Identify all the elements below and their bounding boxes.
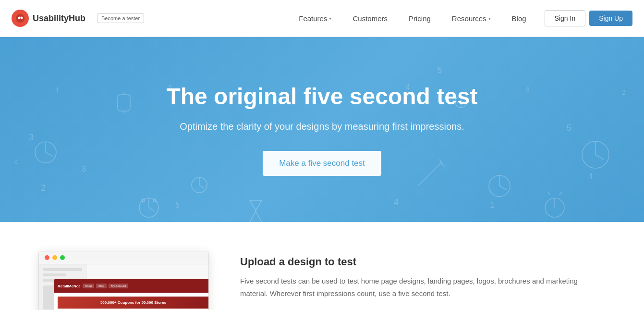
inner-site-header: RetailMeNot Shop Blog My Account bbox=[54, 279, 208, 293]
become-tester-badge[interactable]: Become a tester bbox=[97, 13, 144, 23]
brand-name: UsabilityHub bbox=[33, 13, 85, 24]
svg-text:3: 3 bbox=[29, 133, 34, 142]
nav-item-features[interactable]: Features ▾ bbox=[288, 0, 342, 37]
nav-item-resources[interactable]: Resources ▾ bbox=[441, 0, 501, 37]
inner-site-nav: Shop Blog My Account bbox=[83, 284, 128, 288]
browser-content: ↑ RetailMeNot Shop Blog My Account 50 bbox=[39, 264, 208, 310]
browser-dot-green bbox=[60, 255, 65, 260]
cta-button[interactable]: Make a five second test bbox=[263, 151, 381, 176]
svg-text:2: 2 bbox=[622, 88, 626, 96]
svg-point-1 bbox=[18, 17, 21, 19]
navbar: UsabilityHub Become a tester Features ▾ … bbox=[0, 0, 644, 37]
svg-point-20 bbox=[153, 199, 156, 202]
panel-line bbox=[43, 273, 66, 276]
svg-point-19 bbox=[142, 199, 145, 202]
svg-text:5: 5 bbox=[567, 123, 571, 133]
navbar-actions: Sign In Sign Up bbox=[545, 10, 632, 26]
svg-line-37 bbox=[547, 192, 550, 195]
main-nav: Features ▾ Customers Pricing Resources ▾… bbox=[288, 0, 536, 37]
svg-text:1: 1 bbox=[490, 201, 494, 209]
text-content: Upload a design to test Five second test… bbox=[240, 251, 606, 299]
inner-nav-item: Shop bbox=[83, 284, 94, 288]
svg-point-32 bbox=[489, 175, 510, 197]
svg-text:3: 3 bbox=[82, 165, 86, 173]
inner-site: RetailMeNot Shop Blog My Account 500,000… bbox=[53, 279, 208, 310]
svg-rect-13 bbox=[118, 95, 130, 111]
svg-point-2 bbox=[21, 17, 23, 19]
hero-subtitle: Optimize the clarity of your designs by … bbox=[166, 119, 477, 134]
inner-nav-item: My Account bbox=[109, 284, 128, 288]
svg-text:1: 1 bbox=[55, 86, 59, 94]
svg-text:4: 4 bbox=[394, 198, 399, 207]
svg-text:2: 2 bbox=[41, 183, 46, 193]
svg-text:4: 4 bbox=[588, 172, 593, 180]
hero-section: 3 1 3 2 5 2 4 bbox=[0, 37, 644, 222]
nav-item-blog[interactable]: Blog bbox=[501, 0, 537, 37]
svg-point-35 bbox=[545, 198, 564, 217]
svg-line-38 bbox=[559, 192, 562, 195]
svg-text:5: 5 bbox=[175, 201, 180, 209]
svg-line-34 bbox=[499, 186, 507, 190]
svg-line-5 bbox=[46, 152, 53, 156]
inner-nav-item: Blog bbox=[96, 284, 107, 288]
nav-item-customers[interactable]: Customers bbox=[342, 0, 398, 37]
chevron-down-icon: ▾ bbox=[488, 16, 491, 21]
inner-site-body: 500,000+ Coupons for 50,000 Stores Shop … bbox=[54, 293, 208, 310]
panel-line bbox=[43, 268, 82, 271]
mockup-container: ↑ RetailMeNot Shop Blog My Account 50 bbox=[38, 251, 211, 310]
hero-content: The original five second test Optimize t… bbox=[157, 64, 487, 195]
nav-item-pricing[interactable]: Pricing bbox=[398, 0, 441, 37]
svg-line-18 bbox=[149, 208, 155, 211]
chevron-down-icon: ▾ bbox=[329, 16, 331, 21]
inner-site-logo: RetailMeNot bbox=[58, 284, 80, 288]
svg-text:4: 4 bbox=[14, 158, 18, 166]
inner-banner: 500,000+ Coupons for 50,000 Stores bbox=[58, 297, 208, 309]
browser-mockup: ↑ RetailMeNot Shop Blog My Account 50 bbox=[38, 251, 209, 310]
content-section: ↑ RetailMeNot Shop Blog My Account 50 bbox=[0, 222, 644, 310]
brand-link[interactable]: UsabilityHub bbox=[12, 10, 85, 27]
sign-in-button[interactable]: Sign In bbox=[545, 10, 586, 26]
upload-desc: Five second tests can be used to test ho… bbox=[240, 275, 606, 299]
svg-line-41 bbox=[595, 155, 604, 160]
svg-point-3 bbox=[35, 142, 56, 163]
svg-point-16 bbox=[139, 198, 158, 217]
svg-text:3: 3 bbox=[526, 86, 530, 94]
browser-toolbar bbox=[39, 251, 208, 264]
browser-dot-yellow bbox=[52, 255, 57, 260]
sign-up-button[interactable]: Sign Up bbox=[589, 11, 632, 26]
upload-title: Upload a design to test bbox=[240, 256, 606, 268]
brand-logo-icon bbox=[12, 10, 29, 27]
hero-title: The original five second test bbox=[166, 83, 477, 110]
browser-dot-red bbox=[45, 255, 49, 260]
svg-point-39 bbox=[582, 141, 609, 168]
